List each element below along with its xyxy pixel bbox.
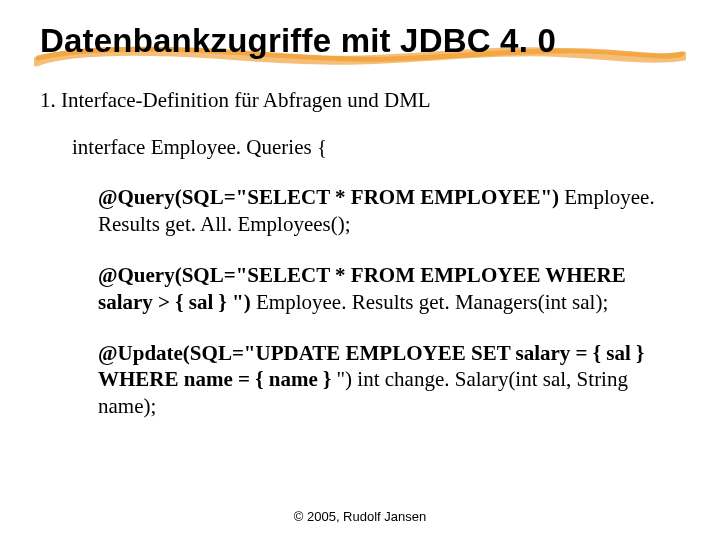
query-block-3: @Update(SQL="UPDATE EMPLOYEE SET salary …	[98, 340, 680, 421]
annotation-bold: @Query(SQL="SELECT * FROM EMPLOYEE")	[98, 185, 559, 209]
section-heading: 1. Interface-Definition für Abfragen und…	[40, 88, 680, 113]
annotation-rest: Employee. Results get. Managers(int sal)…	[251, 290, 609, 314]
slide-body: 1. Interface-Definition für Abfragen und…	[40, 88, 680, 420]
slide-title: Datenbankzugriffe mit JDBC 4. 0	[40, 22, 680, 60]
title-container: Datenbankzugriffe mit JDBC 4. 0	[40, 22, 680, 60]
query-block-2: @Query(SQL="SELECT * FROM EMPLOYEE WHERE…	[98, 262, 680, 316]
code-block: interface Employee. Queries { @Query(SQL…	[72, 135, 680, 420]
query-block-1: @Query(SQL="SELECT * FROM EMPLOYEE") Emp…	[98, 184, 680, 238]
footer-copyright: © 2005, Rudolf Jansen	[0, 509, 720, 524]
interface-open-line: interface Employee. Queries {	[72, 135, 680, 160]
